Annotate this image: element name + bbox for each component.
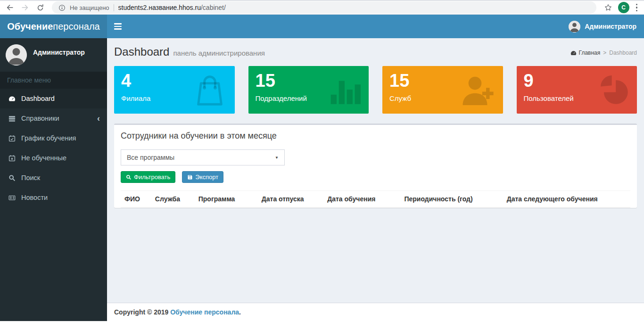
sidebar-item-label: Справоники — [21, 115, 59, 122]
info-box-value: 15 — [389, 71, 496, 91]
select-arrow-icon: ▼ — [275, 156, 279, 160]
brand-bold: Обучение — [7, 21, 53, 32]
content-wrapper: Dashboardпанель администрирования Главна… — [107, 38, 644, 321]
sidebar: Администратор Главное меню Dashboard Спр… — [0, 38, 107, 321]
calendar-check-icon — [7, 135, 17, 142]
sidebar-item-novosti[interactable]: Новости — [0, 188, 107, 207]
navbar-user-name: Администратор — [585, 23, 636, 30]
back-icon[interactable] — [5, 2, 15, 13]
bookmark-star-icon[interactable] — [603, 2, 613, 13]
sidebar-section-header: Главное меню — [0, 72, 107, 89]
info-box-value: 9 — [524, 71, 630, 91]
sidebar-item-spravoniki[interactable]: Справоники ‹ — [0, 108, 107, 128]
button-row: Фильтровать Экспорт — [121, 171, 630, 183]
browser-profile-avatar[interactable]: C — [618, 2, 629, 13]
footer: Copyright © 2019 Обучение персонала. — [107, 303, 644, 321]
table-column-header: ФИО — [121, 191, 151, 208]
content-header: Dashboardпанель администрирования Главна… — [114, 45, 637, 58]
app-window: Обучениеперсонала Администратор Админист… — [0, 15, 644, 321]
page-subtitle: панель администрирования — [173, 49, 264, 57]
breadcrumb-current: Dashboard — [609, 50, 637, 56]
info-icon[interactable] — [58, 4, 66, 11]
reload-icon[interactable] — [35, 2, 45, 13]
footer-brand-link[interactable]: Обучение персонала — [170, 308, 239, 316]
info-box-inner: 15 Подразделений — [248, 66, 369, 107]
info-box-value: 4 — [121, 71, 228, 91]
info-box-sluzhb: 15 Служб — [382, 66, 503, 114]
newspaper-icon — [7, 194, 17, 201]
sidebar-item-grafik-obucheniya[interactable]: График обучения — [0, 128, 107, 148]
table-column-header: Программа — [195, 191, 258, 208]
security-label: Не защищено — [70, 4, 109, 11]
table-column-header: Дата следующего обучения — [503, 191, 630, 208]
export-button[interactable]: Экспорт — [182, 171, 223, 183]
save-export-icon — [187, 174, 193, 180]
footer-copyright: Copyright © 2019 — [114, 308, 168, 316]
url-text: students2.название.hhos.ru/cabinet/ — [118, 4, 226, 11]
sidebar-user-avatar — [6, 44, 27, 66]
export-button-label: Экспорт — [195, 173, 218, 181]
content: Dashboardпанель администрирования Главна… — [107, 38, 644, 303]
address-bar[interactable]: Не защищено students2.название.hhos.ru/c… — [52, 1, 596, 14]
page-heading: Dashboardпанель администрирования — [114, 45, 265, 58]
breadcrumb-separator: > — [603, 50, 606, 56]
filter-button-label: Фильтровать — [134, 173, 170, 181]
training-box-header: Сотрудники на обучении в этом месяце — [114, 125, 637, 141]
search-icon — [126, 174, 132, 180]
info-box-podrazdeleniy: 15 Подразделений — [248, 66, 369, 114]
filter-button[interactable]: Фильтровать — [121, 171, 175, 183]
dashboard-icon — [570, 50, 577, 56]
breadcrumb-home-label: Главная — [579, 50, 601, 56]
table-column-header: Дата отпуска — [258, 191, 323, 208]
list-icon — [7, 115, 17, 122]
info-box-inner: 9 Пользователей — [517, 66, 637, 107]
training-box-title: Сотрудники на обучении в этом месяце — [121, 131, 277, 140]
sidebar-item-label: Новости — [21, 194, 48, 201]
info-box-label: Пользователей — [524, 94, 630, 102]
url-path: /cabinet/ — [201, 4, 226, 11]
browser-menu-icon[interactable] — [634, 2, 640, 14]
sidebar-item-label: Не обученные — [21, 154, 66, 162]
browser-toolbar: Не защищено students2.название.hhos.ru/c… — [0, 0, 644, 15]
info-box-inner: 4 Филиала — [114, 66, 235, 107]
top-navbar: Обучениеперсонала Администратор — [0, 15, 644, 38]
navbar-user-menu[interactable]: Администратор — [561, 15, 644, 38]
forward-icon[interactable] — [20, 2, 30, 13]
info-box-polzovateley: 9 Пользователей — [517, 66, 637, 114]
table-column-header: Периодичность (год) — [400, 191, 503, 208]
program-select[interactable]: Все программы ▼ — [121, 149, 285, 165]
info-box-filiala: 4 Филиала — [114, 66, 235, 114]
navbar-spacer — [129, 15, 561, 38]
table-column-header: Служба — [151, 191, 195, 208]
chevron-left-icon: ‹ — [97, 116, 100, 121]
sidebar-item-poisk[interactable]: Поиск — [0, 168, 107, 188]
sidebar-item-label: Поиск — [21, 174, 40, 182]
program-select-value: Все программы — [127, 154, 174, 161]
sidebar-menu: Dashboard Справоники ‹ График обучения Н… — [0, 89, 107, 207]
training-table: ФИОСлужбаПрограммаДата отпускаДата обуче… — [121, 190, 630, 208]
url-host: students2.название.hhos.ru — [118, 4, 201, 11]
footer-suffix: . — [239, 308, 241, 316]
sidebar-user-name: Администратор — [33, 49, 85, 66]
breadcrumb: Главная > Dashboard — [570, 50, 637, 56]
info-box-label: Служб — [389, 94, 496, 102]
training-box-body: Все программы ▼ Фильтровать — [114, 141, 637, 208]
info-box-label: Подразделений — [256, 94, 362, 102]
divider — [114, 4, 114, 11]
navbar-user-avatar — [569, 21, 580, 33]
sidebar-toggle-icon[interactable] — [107, 15, 129, 38]
main-layout: Администратор Главное меню Dashboard Спр… — [0, 38, 644, 321]
sidebar-item-label: Dashboard — [21, 95, 55, 102]
info-box-inner: 15 Служб — [382, 66, 503, 107]
sidebar-item-ne-obuchennye[interactable]: Не обученные — [0, 148, 107, 168]
breadcrumb-home-link[interactable]: Главная — [570, 50, 601, 56]
search-icon — [7, 174, 17, 182]
brand-regular: персонала — [53, 21, 99, 32]
brand-logo[interactable]: Обучениеперсонала — [0, 15, 107, 38]
info-boxes-row: 4 Филиала 15 Подразделений 15 Служб 9 По… — [114, 66, 637, 114]
info-box-label: Филиала — [121, 94, 228, 102]
sidebar-user-panel: Администратор — [0, 38, 107, 72]
page-title: Dashboard — [114, 45, 169, 58]
sidebar-item-dashboard[interactable]: Dashboard — [0, 89, 107, 108]
calendar-times-icon — [7, 155, 17, 162]
